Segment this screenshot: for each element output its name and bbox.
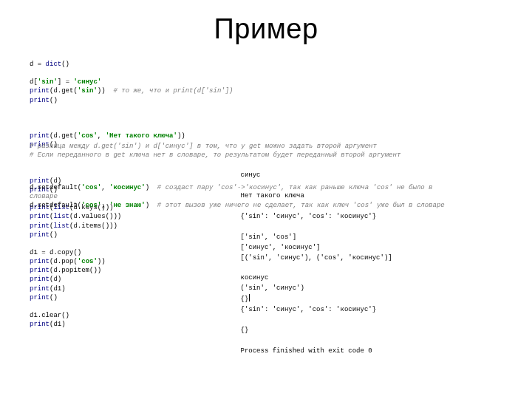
text-caret <box>249 294 250 301</box>
wide-comment-block: # разница между d.get('sin') и d['синус'… <box>30 142 502 160</box>
slide-title: Пример <box>30 13 502 45</box>
setdefault-block: d.setdefault('cos', 'косинус') # создаст… <box>30 183 502 210</box>
